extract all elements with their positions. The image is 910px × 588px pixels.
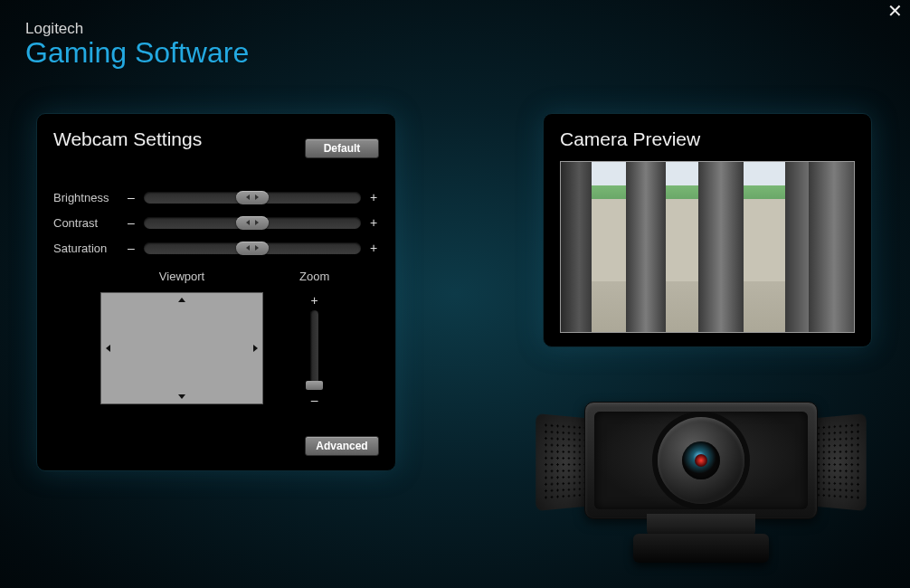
contrast-slider[interactable] [144, 217, 361, 229]
saturation-thumb[interactable] [236, 242, 269, 255]
saturation-slider[interactable] [144, 242, 361, 254]
brightness-row: Brightness – + [53, 190, 379, 204]
chevron-right-icon[interactable] [253, 345, 258, 352]
zoom-label: Zoom [299, 270, 329, 283]
brand-text: Logitech [25, 20, 249, 38]
webcam-device-image [534, 394, 868, 566]
zoom-thumb[interactable] [306, 381, 323, 390]
camera-preview-panel: Camera Preview [543, 113, 872, 347]
viewport-pad[interactable] [100, 292, 263, 404]
saturation-label: Saturation [53, 242, 118, 255]
brightness-slider[interactable] [144, 192, 361, 204]
webcam-settings-panel: Webcam Settings Default Brightness – + C… [36, 113, 396, 471]
viewport-label: Viewport [159, 270, 204, 283]
default-button[interactable]: Default [305, 138, 379, 158]
brightness-thumb[interactable] [236, 191, 269, 204]
chevron-down-icon[interactable] [178, 394, 185, 399]
contrast-plus[interactable]: + [368, 215, 379, 230]
contrast-label: Contrast [53, 216, 118, 230]
contrast-minus[interactable]: – [126, 215, 137, 230]
zoom-plus[interactable]: + [311, 294, 318, 307]
chevron-up-icon[interactable] [178, 298, 185, 302]
contrast-row: Contrast – + [53, 215, 379, 230]
app-title: Gaming Software [25, 36, 249, 70]
preview-title: Camera Preview [560, 128, 855, 150]
zoom-slider[interactable] [310, 310, 318, 390]
camera-preview-image [560, 161, 855, 333]
saturation-minus[interactable]: – [126, 241, 137, 255]
settings-title: Webcam Settings [53, 128, 202, 150]
contrast-thumb[interactable] [236, 216, 269, 230]
saturation-plus[interactable]: + [368, 241, 379, 255]
chevron-left-icon[interactable] [106, 345, 110, 352]
advanced-button[interactable]: Advanced [305, 436, 379, 456]
brightness-plus[interactable]: + [368, 190, 379, 204]
zoom-minus[interactable]: – [311, 394, 318, 406]
close-icon[interactable]: ✕ [887, 2, 903, 20]
brightness-minus[interactable]: – [126, 190, 137, 204]
app-header: Logitech Gaming Software [25, 20, 249, 70]
brightness-label: Brightness [53, 191, 118, 204]
saturation-row: Saturation – + [53, 241, 379, 255]
